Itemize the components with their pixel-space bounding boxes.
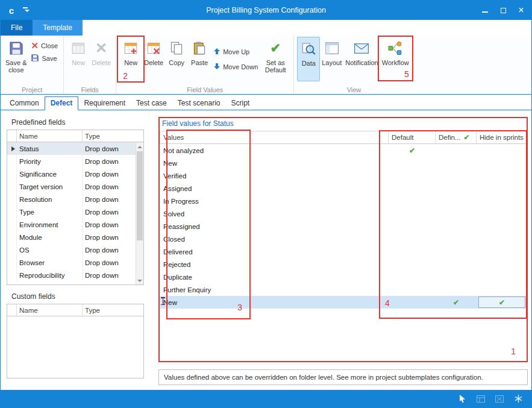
value-row[interactable]: Delivered [160, 245, 527, 258]
default-cell[interactable] [389, 157, 436, 169]
default-cell[interactable] [389, 169, 436, 182]
default-cell[interactable] [389, 195, 436, 207]
defined-cell[interactable] [436, 144, 477, 157]
value-row[interactable]: Solved [160, 207, 527, 220]
value-row[interactable]: Reassigned [160, 220, 527, 233]
default-cell[interactable] [389, 283, 436, 296]
snowflake-icon[interactable] [513, 394, 523, 404]
layout-view-button[interactable]: Layout [320, 37, 343, 81]
defined-cell[interactable] [436, 207, 477, 220]
field-row[interactable]: EnvironmentDrop down [7, 218, 143, 231]
value-row[interactable]: Closed [160, 233, 527, 245]
default-cell[interactable] [389, 271, 436, 283]
values-delete-button[interactable]: Delete [142, 37, 165, 81]
column-header-name[interactable]: Name [17, 304, 83, 316]
defined-cell[interactable] [436, 182, 477, 195]
field-row[interactable]: TypeDrop down [7, 206, 143, 218]
defined-cell[interactable] [436, 195, 477, 207]
hide-cell[interactable] [477, 182, 527, 195]
copy-button[interactable]: Copy [165, 37, 188, 81]
minimize-button[interactable] [476, 1, 494, 20]
defined-cell[interactable] [436, 233, 477, 245]
scroll-thumb[interactable] [137, 151, 143, 240]
save-button[interactable]: Save [28, 52, 60, 64]
column-header-default[interactable]: Default [389, 131, 436, 143]
defined-cell[interactable] [436, 220, 477, 233]
value-row[interactable]: Duplicate [160, 271, 527, 283]
tab-test-scenario[interactable]: Test scenario [172, 97, 226, 110]
column-header-hide[interactable]: Hide in sprints [477, 131, 527, 143]
default-cell[interactable] [389, 245, 436, 258]
hide-cell[interactable] [477, 157, 527, 169]
ribbon-tab-file[interactable]: File [1, 20, 33, 36]
set-as-default-button[interactable]: ✔ Set as Default [260, 37, 290, 81]
default-cell[interactable] [389, 207, 436, 220]
save-and-close-button[interactable]: Save & close [4, 37, 28, 81]
tab-test-case[interactable]: Test case [131, 97, 172, 110]
hide-cell[interactable]: ✔ [477, 296, 527, 309]
tab-common[interactable]: Common [4, 97, 45, 110]
field-row-status[interactable]: Status Drop down [7, 142, 143, 155]
notification-button[interactable]: Notification [343, 37, 380, 81]
close-template-button[interactable]: ✕ Close [28, 39, 60, 52]
default-cell[interactable] [389, 220, 436, 233]
defined-cell[interactable] [436, 157, 477, 169]
default-cell[interactable] [389, 258, 436, 271]
selection-pointer-icon[interactable] [457, 394, 467, 404]
paste-button[interactable]: Paste [188, 37, 211, 81]
field-row[interactable]: ResolutionDrop down [7, 193, 143, 206]
hide-cell[interactable] [477, 245, 527, 258]
defined-cell[interactable] [436, 283, 477, 296]
fields-new-button[interactable]: New [67, 37, 90, 81]
field-row[interactable]: ModuleDrop down [7, 231, 143, 243]
value-row[interactable]: Further Enquiry [160, 283, 527, 296]
column-header-name[interactable]: Name [17, 130, 83, 142]
ribbon-tab-template[interactable]: Template [33, 20, 83, 36]
column-header-type[interactable]: Type [83, 304, 143, 316]
field-row[interactable]: Target versionDrop down [7, 180, 143, 193]
tab-script[interactable]: Script [225, 97, 255, 110]
default-cell[interactable]: ✔ [389, 144, 436, 157]
default-cell[interactable] [389, 296, 436, 309]
defined-cell[interactable] [436, 271, 477, 283]
hide-cell[interactable] [477, 233, 527, 245]
field-row[interactable]: OSDrop down [7, 243, 143, 256]
values-new-button[interactable]: 2 New [119, 37, 142, 81]
hide-cell[interactable] [477, 195, 527, 207]
column-header-defined[interactable]: Defin...✔ [436, 131, 477, 143]
value-row[interactable]: Verified [160, 169, 527, 182]
defined-cell[interactable]: ✔ [436, 296, 477, 309]
default-cell[interactable] [389, 182, 436, 195]
hide-cell[interactable] [477, 207, 527, 220]
field-row[interactable]: BrowserDrop down [7, 256, 143, 269]
hide-cell[interactable] [477, 169, 527, 182]
column-header-type[interactable]: Type [83, 130, 143, 142]
value-row[interactable]: Rejected [160, 258, 527, 271]
value-row[interactable]: Not analyzed ✔ [160, 144, 527, 157]
field-row[interactable]: PriorityDrop down [7, 155, 143, 168]
maximize-button[interactable] [494, 1, 512, 20]
scroll-up-button[interactable] [136, 143, 143, 151]
move-down-button[interactable]: Move Down [211, 60, 260, 73]
value-row[interactable]: Assigned [160, 182, 527, 195]
workflow-button[interactable]: 5 Workflow [380, 37, 411, 81]
scroll-down-button[interactable] [136, 277, 143, 284]
scrollbar[interactable] [136, 143, 143, 284]
defined-cell[interactable] [436, 245, 477, 258]
data-view-button[interactable]: Data [297, 37, 320, 81]
move-up-button[interactable]: Move Up [211, 45, 260, 58]
close-window-button[interactable]: × [512, 1, 530, 20]
defined-cell[interactable] [436, 169, 477, 182]
hide-cell[interactable] [477, 144, 527, 157]
layout-panels-icon[interactable] [476, 394, 486, 404]
fields-delete-button[interactable]: ✕ Delete [90, 37, 113, 81]
value-row-selected[interactable]: New ✔ ✔ [160, 296, 527, 309]
tab-requirement[interactable]: Requirement [78, 97, 131, 110]
value-row[interactable]: In Progress [160, 195, 527, 207]
value-row[interactable]: New [160, 157, 527, 169]
field-row[interactable]: SignificanceDrop down [7, 168, 143, 180]
hide-cell[interactable] [477, 258, 527, 271]
tab-defect[interactable]: Defect [45, 96, 79, 110]
hide-cell[interactable] [477, 283, 527, 296]
column-header-values[interactable]: Values [160, 131, 389, 143]
